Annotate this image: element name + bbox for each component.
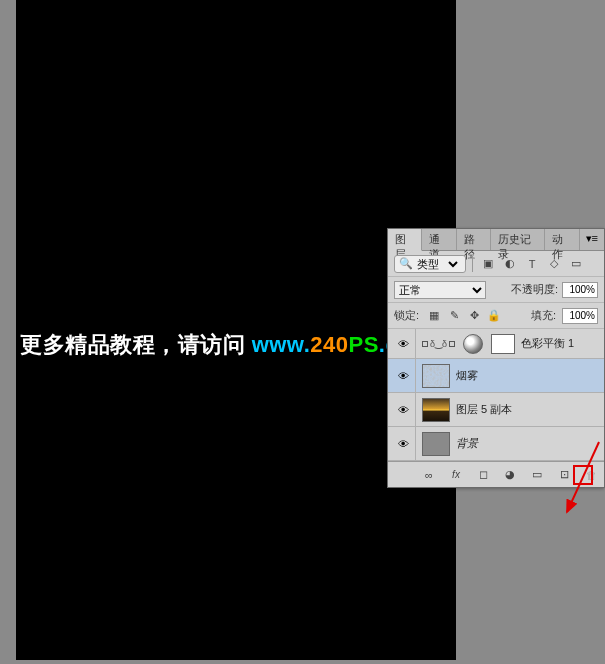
tab-paths[interactable]: 路径 [457, 229, 491, 250]
fill-input[interactable] [562, 308, 598, 324]
panel-menu-icon[interactable]: ▾≡ [580, 229, 604, 250]
tab-layers[interactable]: 图层 [388, 229, 422, 251]
visibility-toggle[interactable]: 👁 [392, 393, 416, 426]
layer-row[interactable]: 👁 图层 5 副本 [388, 393, 604, 427]
filter-text-icon[interactable]: T [523, 255, 541, 273]
fill-label: 填充: [531, 308, 556, 323]
layer-mask-thumb[interactable] [491, 334, 515, 354]
layer-name[interactable]: 色彩平衡 1 [521, 336, 600, 351]
layers-toolbar: ∞ fx ◻ ◕ ▭ ⊡ 🗑 [388, 461, 604, 487]
layer-name[interactable]: 背景 [456, 436, 600, 451]
filter-pixel-icon[interactable]: ▣ [479, 255, 497, 273]
search-icon: 🔍 [399, 257, 413, 270]
lock-pixels-icon[interactable]: ✎ [445, 307, 463, 325]
lock-label: 锁定: [394, 308, 419, 323]
eye-icon: 👁 [398, 404, 409, 416]
new-layer-icon[interactable]: ⊡ [555, 466, 573, 484]
layers-list: 👁 δ‿δ 色彩平衡 1 👁 烟雾 👁 图层 5 副本 👁 背景 [388, 329, 604, 461]
lock-position-icon[interactable]: ✥ [465, 307, 483, 325]
lock-transparent-icon[interactable]: ▦ [425, 307, 443, 325]
filter-row: 🔍 类型 ▣ ◐ T ◇ ▭ [388, 251, 604, 277]
eye-icon: 👁 [398, 370, 409, 382]
layer-thumb [422, 398, 450, 422]
eye-icon: 👁 [398, 438, 409, 450]
adjustment-layer-icon[interactable]: ◕ [501, 466, 519, 484]
layer-row[interactable]: 👁 背景 [388, 427, 604, 461]
visibility-toggle[interactable]: 👁 [392, 359, 416, 392]
visibility-toggle[interactable]: 👁 [392, 427, 416, 460]
adjustment-thumb [463, 334, 483, 354]
filter-smart-icon[interactable]: ▭ [567, 255, 585, 273]
layer-name[interactable]: 图层 5 副本 [456, 402, 600, 417]
layer-row[interactable]: 👁 δ‿δ 色彩平衡 1 [388, 329, 604, 359]
panel-tabs: 图层 通道 路径 历史记录 动作 ▾≡ [388, 229, 604, 251]
filter-select[interactable]: 类型 [413, 257, 461, 271]
tab-history[interactable]: 历史记录 [491, 229, 545, 250]
lock-row: 锁定: ▦ ✎ ✥ 🔒 填充: [388, 303, 604, 329]
layer-row[interactable]: 👁 烟雾 [388, 359, 604, 393]
add-mask-icon[interactable]: ◻ [474, 466, 492, 484]
blend-row: 正常 不透明度: [388, 277, 604, 303]
layer-filter-type[interactable]: 🔍 类型 [394, 255, 466, 273]
opacity-label: 不透明度: [511, 282, 558, 297]
tab-actions[interactable]: 动作 [545, 229, 579, 250]
filter-adjust-icon[interactable]: ◐ [501, 255, 519, 273]
tab-channels[interactable]: 通道 [422, 229, 456, 250]
eye-icon: 👁 [398, 338, 409, 350]
divider [472, 256, 473, 272]
layer-thumb [422, 432, 450, 456]
layer-thumb [422, 364, 450, 388]
delete-layer-icon[interactable]: 🗑 [582, 466, 600, 484]
layers-panel: 图层 通道 路径 历史记录 动作 ▾≡ 🔍 类型 ▣ ◐ T ◇ ▭ 正常 不透… [387, 228, 605, 488]
blend-mode-select[interactable]: 正常 [394, 281, 486, 299]
filter-shape-icon[interactable]: ◇ [545, 255, 563, 273]
fx-icon[interactable]: fx [447, 466, 465, 484]
lock-all-icon[interactable]: 🔒 [485, 307, 503, 325]
adjustment-link-icon: δ‿δ [422, 339, 455, 349]
new-group-icon[interactable]: ▭ [528, 466, 546, 484]
visibility-toggle[interactable]: 👁 [392, 329, 416, 358]
link-layers-icon[interactable]: ∞ [420, 466, 438, 484]
opacity-input[interactable] [562, 282, 598, 298]
layer-name[interactable]: 烟雾 [456, 368, 600, 383]
